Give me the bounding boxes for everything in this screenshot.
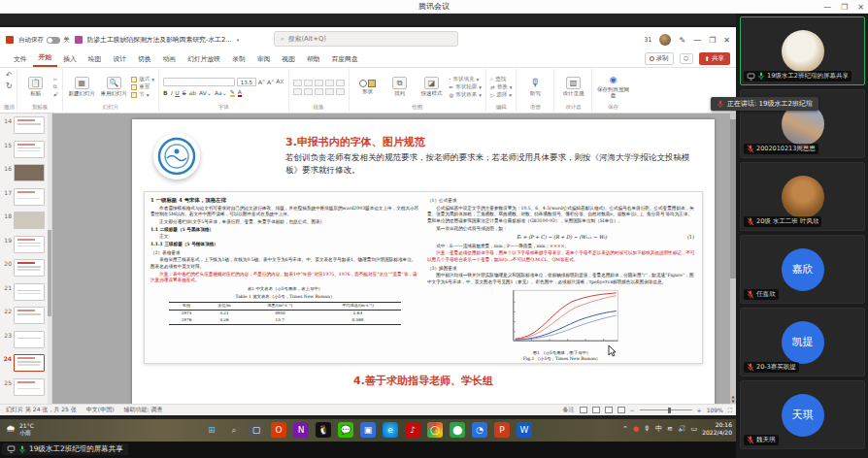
thumbnail-25[interactable]: 25 xyxy=(2,377,46,402)
edge-icon[interactable]: e xyxy=(383,422,398,438)
italic-button[interactable]: I xyxy=(171,89,173,96)
user-avatar[interactable] xyxy=(659,34,671,46)
netease-music-icon[interactable]: ♪ xyxy=(405,422,420,438)
shape-effects-button[interactable]: ◍ 形状效果 ▾ xyxy=(450,91,483,98)
zoom-level[interactable]: 109% xyxy=(707,407,723,413)
notes-toggle[interactable]: 备注 xyxy=(563,406,575,414)
shapes-gallery[interactable]: 形状 xyxy=(353,80,383,94)
underline-button[interactable]: U xyxy=(175,89,179,96)
align-right-icon[interactable] xyxy=(315,88,323,95)
arrange-button[interactable]: ⧉ 排列 xyxy=(385,77,415,96)
tab-transitions[interactable]: 切换 xyxy=(132,52,157,67)
tab-home[interactable]: 开始 xyxy=(33,50,58,67)
taskbar-clock[interactable]: 20:162022/4/20 xyxy=(702,421,732,436)
shadow-button[interactable]: ab xyxy=(189,89,197,96)
office-icon[interactable]: O xyxy=(271,422,286,438)
tab-insert[interactable]: 插入 xyxy=(57,52,83,67)
justify-icon[interactable] xyxy=(325,88,334,95)
align-left-icon[interactable] xyxy=(293,88,302,95)
comments-badge[interactable]: 31 xyxy=(644,36,651,44)
search-taskbar-icon[interactable]: ⌕ xyxy=(226,422,242,438)
recording-tray-icon[interactable]: ● xyxy=(633,425,639,433)
highlight-icon[interactable]: ✎ xyxy=(230,88,235,97)
ime-indicator[interactable]: 中 xyxy=(655,424,662,434)
thumbnail-22[interactable]: 22 xyxy=(2,306,46,330)
shrink-font-icon[interactable]: A˅ xyxy=(267,79,274,85)
save-icon[interactable] xyxy=(75,36,83,44)
font-size-select[interactable]: 13.5 xyxy=(237,78,256,86)
powerpoint-taskbar-icon[interactable]: P xyxy=(494,422,510,438)
design-ideas-button[interactable]: ▧ 设计灵感 xyxy=(558,71,587,103)
speaker-icon[interactable]: 🔊 xyxy=(678,425,686,433)
char-spacing-icon[interactable]: AV⌄ xyxy=(199,89,212,96)
shape-fill-button[interactable]: 🞄 形状填充 ▾ xyxy=(450,76,483,82)
autosave-toggle[interactable]: 自动保存 关 xyxy=(18,36,70,45)
select-button[interactable]: ▷ 选择 ▾ xyxy=(490,91,512,98)
participant-tile[interactable]: 凯提 20-3赛买凯提 xyxy=(740,308,865,376)
thumbnail-23[interactable]: 23 xyxy=(2,330,46,354)
normal-view-icon[interactable] xyxy=(580,407,587,413)
thumbnail-19[interactable]: 19 xyxy=(2,235,46,259)
participant-tile[interactable]: 20级 水工二班 叶风欣 xyxy=(740,162,865,231)
language-status[interactable]: 中文(中国) xyxy=(86,406,115,414)
redo-icon[interactable]: ↻ xyxy=(6,82,13,90)
clear-format-icon[interactable]: A𝚡 xyxy=(276,78,284,85)
new-slide-button[interactable]: ▦ 新建幻灯片 xyxy=(67,77,96,96)
minimize-icon[interactable]: — xyxy=(823,3,831,12)
task-view-icon[interactable]: ▢ xyxy=(249,422,264,438)
thumbnail-24-selected[interactable]: 24 xyxy=(2,353,46,377)
tab-record[interactable]: 录制 xyxy=(226,52,251,67)
tab-review[interactable]: 审阅 xyxy=(251,52,277,67)
battery-icon[interactable]: ▭ xyxy=(691,425,698,433)
align-center-icon[interactable] xyxy=(304,88,313,95)
reuse-slides-button[interactable]: 🔍 重用幻灯片 xyxy=(99,77,128,96)
close-icon[interactable]: ✕ xyxy=(857,3,864,12)
participant-tile[interactable]: 天琪 魏天琪 xyxy=(740,380,865,449)
screen-share-banner[interactable]: 19级水工2班纪瑄的屏幕共享 xyxy=(2,443,128,455)
ppt-restore-icon[interactable]: ❐ xyxy=(709,36,716,45)
ppt-close-icon[interactable]: ✕ xyxy=(723,36,730,45)
indent-increase-icon[interactable] xyxy=(325,80,334,86)
zoom-in-icon[interactable]: + xyxy=(697,407,702,413)
grow-font-icon[interactable]: A˄ xyxy=(258,79,265,85)
pen-icon[interactable]: ✎ xyxy=(679,36,685,45)
wifi-icon[interactable]: ≋ xyxy=(667,425,673,433)
line-spacing-icon[interactable] xyxy=(336,80,345,86)
tab-file[interactable]: 文件 xyxy=(8,52,33,67)
thumbnail-15[interactable]: 15 xyxy=(2,140,46,164)
accessibility-status[interactable]: 辅助功能: 调查 xyxy=(124,406,163,414)
change-case-icon[interactable]: Aa⌄ xyxy=(215,89,227,96)
comment-icon[interactable]: 🗨 xyxy=(680,53,693,64)
onenote-icon[interactable]: N xyxy=(293,422,309,438)
thumbnail-18[interactable]: 18 xyxy=(2,211,46,235)
browser360-icon[interactable]: ⬤ xyxy=(450,422,465,438)
search-input[interactable]: ⌕ 搜索(Alt+Q) xyxy=(274,31,458,47)
tab-design[interactable]: 设计 xyxy=(107,52,132,67)
baidu-pan-icon[interactable]: ◔ xyxy=(472,422,487,438)
participant-tile-sharer[interactable]: 19级水工2班纪瑄的屏幕共享 xyxy=(740,16,865,85)
weather-widget[interactable]: 🌧 21°C小雨 xyxy=(6,422,34,436)
find-button[interactable]: ⌕ 查找 xyxy=(490,76,512,82)
shape-outline-button[interactable]: ✏ 形状轮廓 ▾ xyxy=(450,83,483,90)
record-button[interactable]: 录制 xyxy=(645,52,674,65)
dictate-button[interactable]: 🎙 听写 xyxy=(520,71,550,103)
tab-help[interactable]: 帮助 xyxy=(301,52,326,67)
layout-button[interactable]: 版式▾ xyxy=(131,76,154,82)
slideshow-icon[interactable] xyxy=(618,407,625,413)
bullets-icon[interactable] xyxy=(293,80,302,86)
save-to-baidu-button[interactable]: ◉ 保存到百度网盘 xyxy=(596,71,629,103)
thumbnail-14[interactable]: 14 xyxy=(2,115,46,140)
share-button[interactable]: ⬆ 共享 xyxy=(699,52,730,65)
thumbnail-17[interactable]: 17 xyxy=(2,187,46,212)
chrome-icon[interactable]: ◯ xyxy=(427,422,443,438)
paste-button[interactable]: 📋 粘贴 xyxy=(21,77,50,96)
ppt-minimize-icon[interactable]: — xyxy=(693,36,701,45)
zoom-out-icon[interactable]: − xyxy=(630,407,635,413)
undo-icon[interactable]: ↶ xyxy=(6,71,13,80)
quick-styles-button[interactable]: ◪ 快速样式 xyxy=(417,77,447,96)
thumbnail-21[interactable]: 21 xyxy=(2,282,46,307)
indent-decrease-icon[interactable] xyxy=(315,80,323,86)
section-button[interactable]: 节▾ xyxy=(131,91,154,98)
mic-tray-icon[interactable]: 🎙 xyxy=(644,425,651,433)
photos-icon[interactable]: ▣ xyxy=(360,422,376,438)
